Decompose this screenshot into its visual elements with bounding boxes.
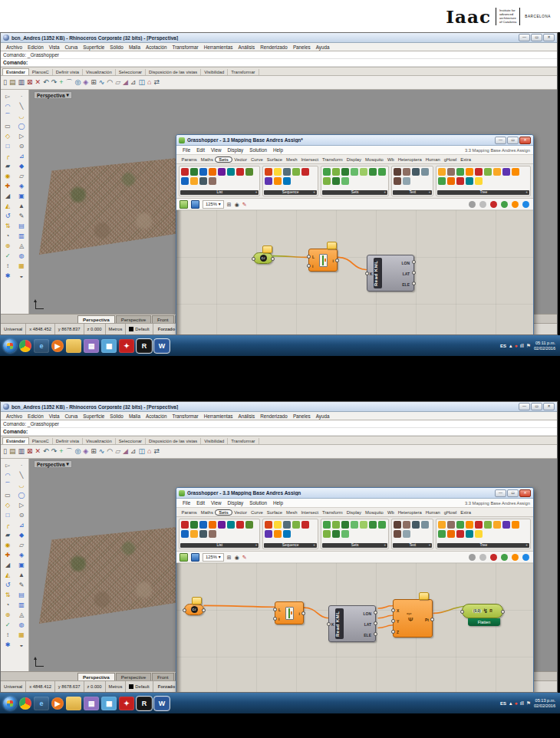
language-indicator[interactable]: ES xyxy=(500,701,506,706)
output-port[interactable] xyxy=(301,611,305,615)
result-param-node[interactable]: (0,0) ↯ R xyxy=(462,604,503,618)
taskbar-icon-media-player[interactable]: ▶ xyxy=(51,340,64,352)
input-port[interactable] xyxy=(391,608,395,612)
side-tool-icon[interactable]: ▣ xyxy=(18,560,25,570)
open-file-icon[interactable] xyxy=(180,553,188,562)
grasshopper-title-bar[interactable]: Grasshopper - 3.3 Mapping Base Andres As… xyxy=(176,488,533,499)
tool-icon[interactable]: ⇄ xyxy=(154,79,160,86)
component-icon[interactable] xyxy=(438,177,446,185)
component-icon[interactable] xyxy=(265,177,272,185)
side-tool-icon[interactable]: ◢ xyxy=(5,560,10,570)
component-icon[interactable] xyxy=(378,521,386,529)
toolbar-tab-disposici-n-de-las-vistas[interactable]: Disposición de las vistas xyxy=(146,438,201,444)
component-icon[interactable] xyxy=(466,521,473,529)
component-icon[interactable] xyxy=(360,521,367,529)
taskbar-clock[interactable]: 05:13 p.m. 02/02/2016 xyxy=(534,698,557,709)
component-icon[interactable] xyxy=(360,168,367,176)
taskbar-icon-chrome[interactable] xyxy=(19,340,31,352)
gh-tab-extra[interactable]: Extra xyxy=(459,157,473,162)
component-icon[interactable] xyxy=(323,177,331,185)
tool-icon[interactable]: ⊞ xyxy=(91,448,97,455)
construct-point-node[interactable]: X Y Z xyz Ψ Pt xyxy=(393,599,433,638)
side-tool-icon[interactable]: ◉ xyxy=(5,171,11,181)
zoom-level-select[interactable]: 125% ▾ xyxy=(203,553,224,562)
sticky-tag[interactable] xyxy=(419,592,429,600)
component-icon[interactable] xyxy=(181,177,189,185)
component-icon[interactable] xyxy=(332,168,340,176)
tray-icon[interactable]: ⚑ xyxy=(526,700,531,707)
component-icon[interactable] xyxy=(475,168,483,176)
tool-icon[interactable]: ⊿ xyxy=(130,79,137,86)
component-icon[interactable] xyxy=(438,168,446,176)
side-tool-icon[interactable]: ↕ xyxy=(6,630,9,640)
tool-icon[interactable]: ◠ xyxy=(107,448,113,455)
side-tool-icon[interactable]: ⌒ xyxy=(5,480,11,490)
taskbar-icon-internet-explorer[interactable]: e xyxy=(34,339,49,353)
tool-icon[interactable]: + xyxy=(59,448,63,455)
output-port[interactable] xyxy=(374,632,377,636)
output-port[interactable] xyxy=(501,610,505,614)
zoom-extents-icon[interactable]: ⊞ xyxy=(227,202,232,207)
component-icon[interactable] xyxy=(181,530,189,538)
component-icon[interactable] xyxy=(236,521,244,529)
component-icon[interactable] xyxy=(438,530,446,538)
side-tool-icon[interactable]: ✚ xyxy=(5,550,11,560)
tool-icon[interactable]: ↶ xyxy=(43,79,49,86)
gh-minimize-button[interactable]: — xyxy=(495,137,506,144)
side-tool-icon[interactable]: ◇ xyxy=(5,500,10,510)
tool-icon[interactable]: ▱ xyxy=(115,79,120,86)
gh-tab-sets[interactable]: Sets xyxy=(215,509,232,516)
side-tool-icon[interactable]: ◉ xyxy=(5,540,11,550)
viewport-title[interactable]: Perspectiva ▾ xyxy=(34,91,72,99)
side-tool-icon[interactable]: ╭ xyxy=(6,520,10,530)
side-tool-icon[interactable]: ▱ xyxy=(19,540,24,550)
gh-tab-surface[interactable]: Surface xyxy=(265,510,284,515)
gh-tab-sets[interactable]: Sets xyxy=(215,156,232,163)
tool-icon[interactable]: ↷ xyxy=(51,448,58,455)
tool-icon[interactable]: ↶ xyxy=(43,448,49,455)
file-path-param-node[interactable]: C:/ xyxy=(184,604,204,615)
component-icon[interactable] xyxy=(181,521,189,529)
gh-tab-extra[interactable]: Extra xyxy=(459,510,473,515)
component-icon[interactable] xyxy=(369,521,377,529)
component-icon[interactable] xyxy=(190,521,198,529)
component-icon[interactable] xyxy=(323,168,331,176)
component-icon[interactable] xyxy=(512,168,519,176)
tool-icon[interactable]: ▤ xyxy=(9,448,16,455)
component-icon[interactable] xyxy=(199,521,207,529)
component-icon[interactable] xyxy=(332,521,340,529)
side-tool-icon[interactable]: □ xyxy=(6,141,10,151)
gh-tab-maths[interactable]: Maths xyxy=(199,157,215,162)
side-tool-icon[interactable]: ▱ xyxy=(19,171,24,181)
tool-icon[interactable]: ▯ xyxy=(3,79,7,86)
side-tool-icon[interactable]: ▲ xyxy=(18,201,25,211)
component-icon[interactable] xyxy=(218,521,226,529)
component-icon[interactable] xyxy=(227,168,235,176)
viewport-tab-perspective[interactable]: Perspective xyxy=(116,315,151,323)
tool-icon[interactable]: ↷ xyxy=(51,79,58,86)
gh-tab-mosquito[interactable]: Mosquito xyxy=(363,510,385,515)
language-indicator[interactable]: ES xyxy=(500,344,506,348)
gh-tab-vector[interactable]: Vector xyxy=(232,157,249,162)
start-button[interactable] xyxy=(3,339,17,353)
component-icon[interactable] xyxy=(292,521,300,529)
side-tool-icon[interactable]: ◠ xyxy=(5,101,11,111)
menu-item-edici-n[interactable]: Edición xyxy=(25,44,46,50)
menu-item-vista[interactable]: Vista xyxy=(47,44,62,50)
taskbar-icon-winrar[interactable]: ▤ xyxy=(84,339,99,353)
gh-tab-mesh[interactable]: Mesh xyxy=(285,510,299,515)
menu-item-archivo[interactable]: Archivo xyxy=(4,413,25,419)
component-icon[interactable] xyxy=(190,530,198,538)
tool-icon[interactable]: ◎ xyxy=(74,448,81,455)
gh-tab-transform[interactable]: Transform xyxy=(321,157,345,162)
taskbar-icon-chrome[interactable] xyxy=(19,697,31,710)
input-port[interactable] xyxy=(365,272,369,275)
component-icon[interactable] xyxy=(283,530,291,538)
component-icon[interactable] xyxy=(236,168,244,176)
gh-tab-ghowl[interactable]: gHowl xyxy=(442,510,458,515)
viewport-tab-front[interactable]: Front xyxy=(152,315,173,323)
tool-icon[interactable]: + xyxy=(59,79,63,86)
component-icon[interactable] xyxy=(512,521,519,529)
toolbar-tab-planosc[interactable]: PlanosC xyxy=(29,438,53,444)
gh-tab-heteroptera[interactable]: Heteroptera xyxy=(396,157,423,162)
